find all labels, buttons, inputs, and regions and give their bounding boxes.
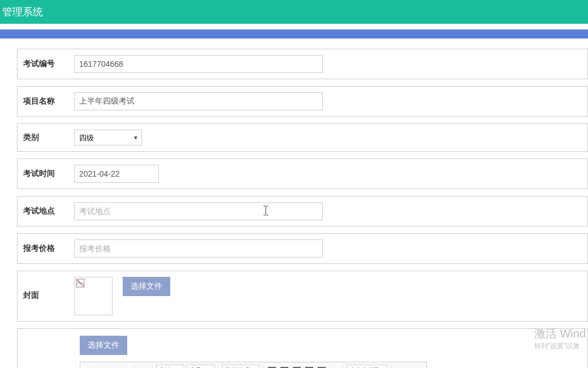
choose-file-editor-button[interactable]: 选择文件 (80, 336, 127, 355)
field-editor: 选择文件 ⟨⟩ B ↶ U ▭ 字体 字号 段落格式 A 自定义标题 ▤ (17, 328, 588, 368)
input-exam-id[interactable] (74, 55, 323, 73)
font-family-select[interactable]: 字体 (156, 365, 184, 368)
app-header: 管理系统 (0, 0, 588, 24)
separator (152, 366, 153, 368)
separator (135, 366, 135, 368)
align-right-icon[interactable] (304, 365, 314, 368)
font-color-icon[interactable]: A (329, 365, 339, 368)
editor-toolbar: ⟨⟩ B ↶ U ▭ 字体 字号 段落格式 A 自定义标题 ▤ (80, 362, 427, 368)
paragraph-format-select[interactable]: 段落格式 (222, 365, 260, 368)
cover-preview (74, 277, 113, 315)
html-source-icon[interactable]: ⟨⟩ (84, 365, 94, 368)
underline-icon[interactable]: U (121, 365, 131, 368)
field-project-name: 项目名称 (17, 86, 588, 117)
label-price: 报考价格 (23, 243, 74, 254)
label-exam-location: 考试地点 (23, 206, 74, 216)
form-container: 考试编号 项目名称 类别 四级 考试时间 考试地点 XXX大学XXX 报考价格 … (0, 38, 588, 368)
field-cover: 封面 选择文件 (17, 271, 588, 322)
separator (218, 366, 219, 368)
align-justify-icon[interactable] (267, 365, 277, 368)
undo-icon[interactable]: ↶ (109, 365, 119, 368)
field-exam-location: 考试地点 XXX大学XXX (17, 196, 588, 226)
field-exam-time: 考试时间 (17, 159, 588, 189)
separator (263, 366, 263, 368)
field-exam-id: 考试编号 (17, 49, 588, 79)
input-price[interactable] (74, 239, 323, 258)
label-exam-id: 考试编号 (23, 59, 74, 69)
input-exam-time[interactable] (74, 165, 159, 183)
clear-format-icon[interactable]: ▭ (139, 365, 149, 368)
bold-icon[interactable]: B (96, 365, 106, 368)
input-exam-location[interactable] (74, 202, 323, 220)
separator (343, 366, 343, 368)
custom-title-select[interactable]: 自定义标题 (347, 365, 387, 368)
select-category[interactable]: 四级 (74, 130, 142, 146)
app-title: 管理系统 (2, 6, 43, 18)
align-center-icon[interactable] (292, 365, 302, 368)
choose-file-cover-button[interactable]: 选择文件 (123, 277, 170, 296)
label-exam-time: 考试时间 (23, 169, 74, 179)
font-size-select[interactable]: 字号 (187, 365, 215, 368)
input-project-name[interactable] (74, 92, 323, 110)
broken-image-icon (76, 279, 85, 289)
align-left-icon[interactable] (279, 365, 289, 368)
sub-header-bar (0, 29, 588, 38)
label-project-name: 项目名称 (23, 96, 74, 106)
more-icon[interactable]: ▤ (395, 365, 405, 368)
field-price: 报考价格 (17, 233, 588, 264)
separator (391, 366, 391, 368)
label-cover: 封面 (23, 277, 74, 301)
label-category: 类别 (23, 132, 74, 143)
field-category: 类别 四级 (17, 123, 588, 152)
indent-icon[interactable] (317, 365, 327, 368)
